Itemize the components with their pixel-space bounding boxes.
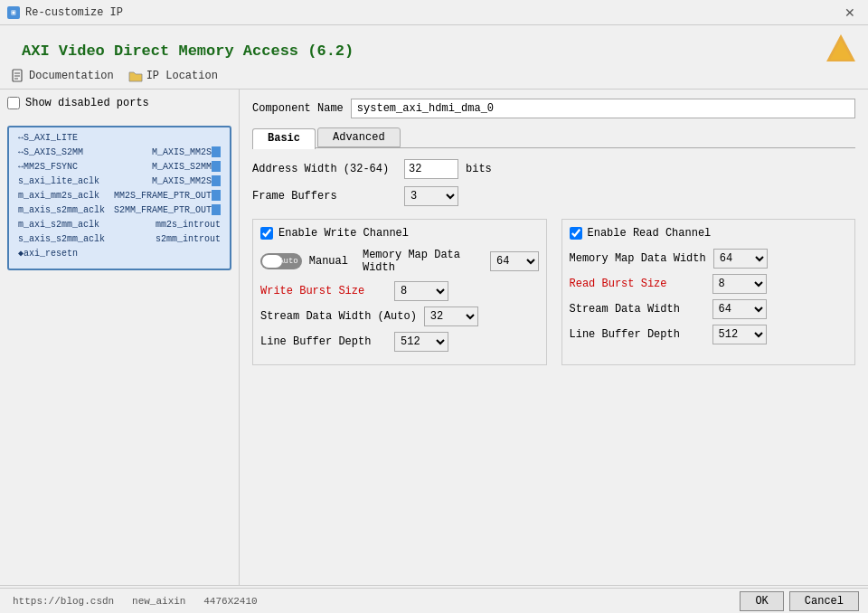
block-port-7: s_axis_s2mm_aclk s2mm_introut: [14, 232, 224, 247]
ip-location-label: IP Location: [146, 70, 218, 82]
title-bar-left: ▣ Re-customize IP: [7, 6, 123, 19]
write-burst-select[interactable]: 2 4 8 16: [394, 281, 448, 301]
tab-advanced[interactable]: Advanced: [317, 127, 401, 147]
read-burst-row: Read Burst Size 2 4 8 16: [570, 274, 848, 294]
doc-icon: [11, 69, 25, 83]
block-port-3: s_axi_lite_aclk M_AXIS_MM2S: [14, 174, 224, 189]
read-burst-label: Read Burst Size: [570, 278, 705, 290]
ok-button[interactable]: OK: [740, 591, 783, 611]
xilinx-logo: [825, 33, 857, 65]
write-channel-header: Enable Write Channel: [260, 227, 539, 240]
toggle-label: Auto: [278, 257, 298, 266]
show-disabled-ports-row[interactable]: Show disabled ports: [7, 97, 231, 109]
read-burst-select[interactable]: 2 4 8 16: [712, 274, 767, 294]
read-channel-box: Enable Read Channel Memory Map Data Widt…: [561, 219, 856, 365]
stream-data-width-row: Stream Data Width (Auto) 8 16 32 64: [260, 306, 539, 326]
address-width-label: Address Width (32-64): [252, 163, 397, 175]
frame-buffers-row: Frame Buffers 1 2 3 4: [252, 186, 855, 206]
write-burst-label: Write Burst Size: [260, 285, 387, 297]
component-name-row: Component Name: [252, 99, 855, 118]
documentation-button[interactable]: Documentation: [11, 69, 114, 83]
mm-data-width-label: Memory Map Data Width: [363, 249, 483, 274]
tabs: Basic Advanced: [252, 127, 855, 148]
show-disabled-ports-label: Show disabled ports: [25, 97, 149, 109]
component-name-label: Component Name: [252, 102, 344, 115]
main-title: AXI Video Direct Memory Access (6.2): [11, 33, 364, 65]
read-mm-data-label: Memory Map Data Width: [570, 252, 706, 265]
tab-basic[interactable]: Basic: [252, 128, 316, 149]
frame-buffers-label: Frame Buffers: [252, 190, 397, 203]
read-line-buffer-select[interactable]: 512 1024 2048 4096: [712, 325, 767, 344]
address-width-unit: bits: [466, 163, 492, 175]
address-width-row: Address Width (32-64) bits: [252, 159, 855, 179]
manual-label: Manual: [309, 255, 348, 268]
write-mm-data-width-select[interactable]: 32 64 128: [490, 251, 539, 271]
manual-toggle[interactable]: Auto: [260, 253, 302, 269]
write-channel-box: Enable Write Channel Auto Manual Memory …: [252, 219, 547, 365]
show-disabled-ports-checkbox[interactable]: [7, 97, 20, 109]
right-panel: Component Name Basic Advanced Address Wi…: [240, 90, 868, 585]
read-stream-data-label: Stream Data Width: [570, 303, 705, 316]
block-diagram: ↔S_AXI_LITE ↔S_AXIS_S2MM M_AXIS_MM2S ↔MM…: [7, 126, 231, 270]
read-stream-data-select[interactable]: 8 16 32 64: [712, 299, 767, 319]
read-mm-data-select[interactable]: 32 64 128: [713, 249, 768, 269]
channels-section: Enable Write Channel Auto Manual Memory …: [252, 219, 855, 365]
component-name-input[interactable]: [351, 99, 855, 118]
read-channel-header: Enable Read Channel: [570, 227, 848, 240]
block-port-0: ↔S_AXI_LITE: [14, 131, 224, 146]
stream-data-select[interactable]: 8 16 32 64: [424, 306, 478, 326]
enable-write-channel-checkbox[interactable]: [260, 227, 273, 240]
block-port-2: ↔MM2S_FSYNC M_AXIS_S2MM: [14, 160, 224, 174]
read-line-buffer-label: Line Buffer Depth: [570, 328, 705, 341]
ip-location-button[interactable]: IP Location: [128, 69, 218, 83]
content-area: Show disabled ports ↔S_AXI_LITE ↔S_AXIS_…: [0, 90, 868, 585]
close-button[interactable]: ✕: [839, 4, 861, 22]
line-buffer-label: Line Buffer Depth: [260, 335, 387, 348]
documentation-label: Documentation: [29, 70, 114, 82]
cancel-button[interactable]: Cancel: [789, 591, 859, 611]
read-mm-data-row: Memory Map Data Width 32 64 128: [570, 249, 848, 269]
app-icon: ▣: [7, 6, 20, 19]
title-bar: ▣ Re-customize IP ✕: [0, 0, 868, 25]
frame-buffers-select[interactable]: 1 2 3 4: [404, 186, 458, 206]
left-panel: Show disabled ports ↔S_AXI_LITE ↔S_AXIS_…: [0, 90, 240, 585]
line-buffer-depth-row: Line Buffer Depth 512 1024 2048 4096: [260, 332, 539, 352]
line-buffer-select[interactable]: 512 1024 2048 4096: [394, 332, 448, 352]
block-port-8: ◆axi_resetn: [14, 247, 224, 261]
enable-write-channel-label: Enable Write Channel: [278, 227, 409, 240]
bottom-bar: https://blog.csdn new_aixin 4476X2410 OK…: [0, 588, 868, 613]
write-burst-row: Write Burst Size 2 4 8 16: [260, 281, 539, 301]
toolbar: Documentation IP Location: [0, 67, 868, 90]
read-line-buffer-row: Line Buffer Depth 512 1024 2048 4096: [570, 325, 848, 344]
block-port-5: m_axis_s2mm_aclk S2MM_FRAME_PTR_OUT: [14, 203, 224, 218]
stream-data-label: Stream Data Width (Auto): [260, 310, 417, 323]
enable-read-channel-checkbox[interactable]: [570, 227, 582, 240]
read-stream-data-row: Stream Data Width 8 16 32 64: [570, 299, 848, 319]
bottom-url-label: https://blog.csdn new_aixin 4476X2410: [9, 596, 734, 607]
folder-icon: [128, 69, 143, 83]
address-width-input[interactable]: [404, 159, 458, 179]
manual-toggle-row: Auto Manual Memory Map Data Width 32 64 …: [260, 249, 539, 274]
block-port-6: m_axi_s2mm_aclk mm2s_introut: [14, 218, 224, 232]
enable-read-channel-label: Enable Read Channel: [588, 227, 712, 240]
window-title: Re-customize IP: [25, 6, 123, 19]
block-port-4: m_axi_mm2s_aclk MM2S_FRAME_PTR_OUT: [14, 189, 224, 203]
block-port-1: ↔S_AXIS_S2MM M_AXIS_MM2S: [14, 146, 224, 160]
